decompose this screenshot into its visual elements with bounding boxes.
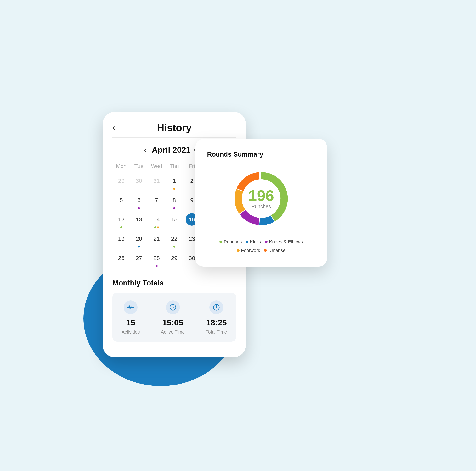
calendar-day[interactable]: 6 bbox=[130, 192, 148, 211]
legend-dot-icon bbox=[246, 241, 248, 243]
purple-dot bbox=[138, 207, 140, 209]
active-time-icon bbox=[166, 300, 180, 314]
green-dot bbox=[120, 227, 122, 228]
divider bbox=[150, 310, 151, 325]
legend-item: Punches bbox=[220, 239, 242, 244]
back-button[interactable]: ‹ bbox=[112, 124, 115, 132]
legend-label: Defense bbox=[268, 248, 286, 253]
rounds-title: Rounds Summary bbox=[207, 151, 315, 158]
scene: ‹ History ‹ April 2021 ▼ › MonTueWedThuF… bbox=[103, 100, 373, 371]
calendar-day[interactable]: 14 bbox=[148, 211, 165, 231]
donut-center: 196 Punches bbox=[248, 188, 274, 210]
donut-chart-container: 196 Punches bbox=[207, 166, 315, 231]
legend-dot-icon bbox=[265, 241, 268, 243]
legend-label: Footwork bbox=[241, 248, 260, 253]
calendar-day[interactable]: 15 bbox=[165, 211, 183, 231]
calendar-day[interactable]: 1 bbox=[165, 173, 183, 192]
calendar-day[interactable]: 21 bbox=[148, 231, 165, 250]
donut-value: 196 bbox=[248, 188, 274, 203]
calendar-day[interactable]: 29 bbox=[112, 173, 130, 192]
activities-label: Activities bbox=[121, 329, 140, 335]
prev-month-button[interactable]: ‹ bbox=[144, 146, 146, 154]
orange-dot bbox=[157, 227, 159, 228]
totals-card: 15 Activities 15:05 Active Time bbox=[112, 293, 236, 342]
active-time-value: 15:05 bbox=[162, 318, 183, 327]
purple-dot bbox=[173, 207, 175, 209]
calendar-day[interactable]: 8 bbox=[165, 192, 183, 211]
weekday-header: Thu bbox=[165, 162, 183, 173]
calendar-day[interactable]: 29 bbox=[165, 250, 183, 269]
legend-dot-icon bbox=[264, 249, 267, 252]
total-time-total: 18:25 Total Time bbox=[206, 300, 227, 335]
calendar-day[interactable]: 28 bbox=[148, 250, 165, 269]
calendar-day[interactable]: 19 bbox=[112, 231, 130, 250]
calendar-day[interactable]: 13 bbox=[130, 211, 148, 231]
svg-line-5 bbox=[216, 307, 218, 308]
weekday-header: Tue bbox=[130, 162, 148, 173]
blue-dot bbox=[138, 246, 140, 248]
activities-total: 15 Activities bbox=[121, 300, 140, 335]
svg-line-2 bbox=[173, 307, 174, 308]
legend-item: Knees & Elbows bbox=[265, 239, 303, 244]
monthly-totals-title: Monthly Totals bbox=[112, 279, 236, 287]
calendar-day[interactable]: 5 bbox=[112, 192, 130, 211]
activity-icon bbox=[124, 300, 137, 314]
active-time-label: Active Time bbox=[161, 329, 185, 335]
activities-value: 15 bbox=[126, 318, 135, 327]
calendar-day[interactable]: 30 bbox=[130, 173, 148, 192]
total-time-label: Total Time bbox=[206, 329, 227, 335]
donut-label: Punches bbox=[248, 203, 274, 210]
legend-dot-icon bbox=[220, 241, 222, 243]
legend-dot-icon bbox=[237, 249, 239, 252]
calendar-day[interactable]: 31 bbox=[148, 173, 165, 192]
calendar-day[interactable]: 27 bbox=[130, 250, 148, 269]
purple-dot bbox=[156, 265, 158, 267]
legend-label: Kicks bbox=[250, 239, 261, 244]
calendar-day[interactable]: 7 bbox=[148, 192, 165, 211]
legend-label: Knees & Elbows bbox=[269, 239, 303, 244]
weekday-header: Mon bbox=[112, 162, 130, 173]
legend-item: Kicks bbox=[246, 239, 261, 244]
legend-item: Footwork bbox=[237, 248, 260, 253]
calendar-day[interactable]: 12 bbox=[112, 211, 130, 231]
calendar-day[interactable]: 20 bbox=[130, 231, 148, 250]
total-time-value: 18:25 bbox=[206, 318, 227, 327]
active-time-total: 15:05 Active Time bbox=[161, 300, 185, 335]
orange-dot bbox=[173, 188, 175, 190]
total-time-icon bbox=[209, 300, 223, 314]
header: ‹ History bbox=[112, 124, 236, 138]
page-title: History bbox=[157, 122, 191, 133]
green-dot bbox=[154, 227, 156, 228]
weekday-header: Wed bbox=[148, 162, 165, 173]
legend-item: Defense bbox=[264, 248, 286, 253]
chart-legend: PunchesKicksKnees & ElbowsFootworkDefens… bbox=[207, 239, 315, 253]
current-month: April 2021 ▼ bbox=[152, 145, 197, 155]
green-dot bbox=[173, 246, 175, 248]
legend-label: Punches bbox=[224, 239, 242, 244]
rounds-summary-card: Rounds Summary 196 Pun bbox=[196, 139, 327, 267]
divider2 bbox=[195, 310, 196, 325]
calendar-day[interactable]: 26 bbox=[112, 250, 130, 269]
calendar-day[interactable]: 22 bbox=[165, 231, 183, 250]
